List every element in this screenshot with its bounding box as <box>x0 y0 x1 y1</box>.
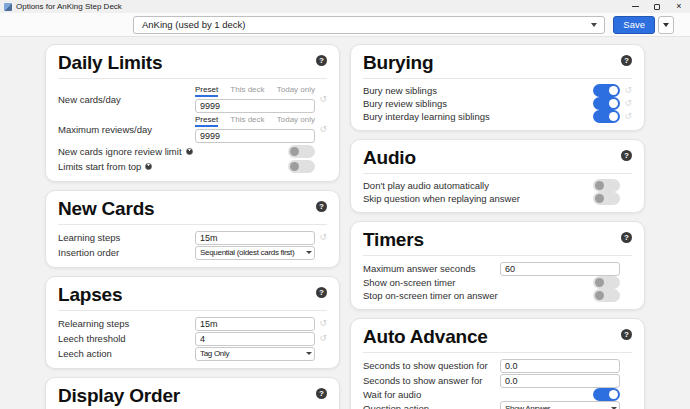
save-menu-button[interactable] <box>658 16 674 34</box>
preset-select[interactable]: AnKing (used by 1 deck) <box>133 16 605 34</box>
tab-preset[interactable]: Preset <box>195 85 218 97</box>
revert-icon[interactable]: ↺ <box>315 334 327 343</box>
collection-setting-icon <box>186 148 193 155</box>
display-order-title: Display Order <box>58 385 180 407</box>
help-icon[interactable]: ? <box>621 150 632 161</box>
max-reviews-per-day-input[interactable] <box>195 129 315 143</box>
divider <box>58 78 327 79</box>
bury-interday-siblings-row: Bury interday learning siblings ↺ <box>363 110 632 123</box>
leech-action-label: Leech action <box>58 348 112 359</box>
max-answer-seconds-label: Maximum answer seconds <box>363 263 475 274</box>
revert-icon[interactable]: ↺ <box>620 86 632 95</box>
leech-action-row: Leech action Tag Only <box>58 346 327 361</box>
left-column: Daily Limits ? New cards/day Preset This… <box>45 44 340 409</box>
revert-icon[interactable]: ↺ <box>315 233 327 242</box>
minimize-button[interactable] <box>624 0 646 13</box>
leech-threshold-label: Leech threshold <box>58 333 126 344</box>
preset-select-value: AnKing (used by 1 deck) <box>142 19 588 30</box>
seconds-answer-input[interactable] <box>500 374 620 388</box>
tab-today-only[interactable]: Today only <box>277 115 315 127</box>
toolbar: AnKing (used by 1 deck) Save <box>0 13 690 37</box>
wait-for-audio-toggle[interactable] <box>593 388 620 401</box>
maximize-button[interactable] <box>646 0 668 13</box>
learning-steps-label: Learning steps <box>58 232 120 243</box>
bury-review-siblings-toggle[interactable] <box>593 97 620 110</box>
close-icon: × <box>676 2 681 11</box>
new-cards-per-day-row: New cards/day Preset This deck Today onl… <box>58 84 327 114</box>
tab-this-deck[interactable]: This deck <box>230 115 264 127</box>
revert-icon[interactable]: ↺ <box>620 112 632 121</box>
tab-preset[interactable]: Preset <box>195 115 218 127</box>
revert-icon[interactable]: ↺ <box>620 99 632 108</box>
help-icon[interactable]: ? <box>316 201 327 212</box>
save-button[interactable]: Save <box>613 16 655 34</box>
question-action-row: Question action Show Answer <box>363 401 632 409</box>
bury-new-siblings-row: Bury new siblings ↺ <box>363 84 632 97</box>
leech-action-select[interactable]: Tag Only <box>195 347 315 361</box>
tab-this-deck[interactable]: This deck <box>230 85 264 97</box>
bury-interday-siblings-toggle[interactable] <box>593 110 620 123</box>
help-icon[interactable]: ? <box>621 329 632 340</box>
options-content: Daily Limits ? New cards/day Preset This… <box>0 37 690 409</box>
relearning-steps-input[interactable] <box>195 317 315 331</box>
leech-threshold-input[interactable] <box>195 332 315 346</box>
help-icon[interactable]: ? <box>316 388 327 399</box>
help-icon[interactable]: ? <box>621 55 632 66</box>
seconds-question-input[interactable] <box>500 359 620 373</box>
learning-steps-input[interactable] <box>195 231 315 245</box>
collection-setting-icon <box>145 163 152 170</box>
ignore-review-limit-toggle[interactable] <box>288 145 315 158</box>
new-cards-per-day-label: New cards/day <box>58 94 121 105</box>
ignore-review-limit-row: New cards ignore review limit <box>58 144 327 159</box>
seconds-answer-row: Seconds to show answer for <box>363 373 632 388</box>
seconds-answer-label: Seconds to show answer for <box>363 375 482 386</box>
wait-for-audio-label: Wait for audio <box>363 389 421 400</box>
limits-start-from-top-row: Limits start from top <box>58 159 327 174</box>
chevron-down-icon <box>303 247 314 259</box>
seconds-question-label: Seconds to show question for <box>363 360 488 371</box>
new-cards-per-day-input[interactable] <box>195 99 315 113</box>
tab-today-only[interactable]: Today only <box>277 85 315 97</box>
revert-icon[interactable]: ↺ <box>315 125 327 134</box>
insertion-order-label: Insertion order <box>58 247 119 258</box>
dont-play-audio-label: Don't play audio automatically <box>363 180 489 191</box>
timers-title: Timers <box>363 229 424 251</box>
show-timer-toggle[interactable] <box>593 276 620 289</box>
help-icon[interactable]: ? <box>316 287 327 298</box>
help-icon[interactable]: ? <box>621 232 632 243</box>
insertion-order-select[interactable]: Sequential (oldest cards first) <box>195 246 315 260</box>
chevron-down-icon <box>608 402 619 409</box>
divider <box>58 224 327 225</box>
dont-play-audio-toggle[interactable] <box>593 179 620 192</box>
stop-timer-row: Stop on-screen timer on answer <box>363 289 632 302</box>
skip-question-label: Skip question when replaying answer <box>363 193 520 204</box>
divider <box>363 78 632 79</box>
daily-limits-title: Daily Limits <box>58 52 162 74</box>
help-icon[interactable]: ? <box>316 55 327 66</box>
leech-threshold-row: Leech threshold ↺ <box>58 331 327 346</box>
revert-icon[interactable]: ↺ <box>315 95 327 104</box>
show-timer-label: Show on-screen timer <box>363 277 455 288</box>
revert-icon[interactable]: ↺ <box>315 319 327 328</box>
timers-card: Timers ? Maximum answer seconds Show on-… <box>350 221 645 310</box>
close-button[interactable]: × <box>668 0 690 13</box>
limits-start-from-top-toggle[interactable] <box>288 160 315 173</box>
stop-timer-toggle[interactable] <box>593 289 620 302</box>
divider <box>363 255 632 256</box>
question-action-select[interactable]: Show Answer <box>500 401 620 409</box>
max-answer-seconds-input[interactable] <box>500 262 620 276</box>
bury-review-siblings-label: Bury review siblings <box>363 98 447 109</box>
chevron-down-icon <box>588 17 600 33</box>
divider <box>363 173 632 174</box>
audio-title: Audio <box>363 147 416 169</box>
bury-interday-siblings-label: Bury interday learning siblings <box>363 111 490 122</box>
auto-advance-card: Auto Advance ? Seconds to show question … <box>350 318 645 409</box>
divider <box>363 352 632 353</box>
lapses-card: Lapses ? Relearning steps ↺ Leech thresh… <box>45 276 340 369</box>
titlebar: Options for AnKing Step Deck × <box>0 0 690 13</box>
bury-new-siblings-toggle[interactable] <box>593 84 620 97</box>
skip-question-toggle[interactable] <box>593 192 620 205</box>
burying-title: Burying <box>363 52 433 74</box>
maximize-icon <box>654 4 660 10</box>
deck-options-window: Options for AnKing Step Deck × AnKing (u… <box>0 0 690 409</box>
